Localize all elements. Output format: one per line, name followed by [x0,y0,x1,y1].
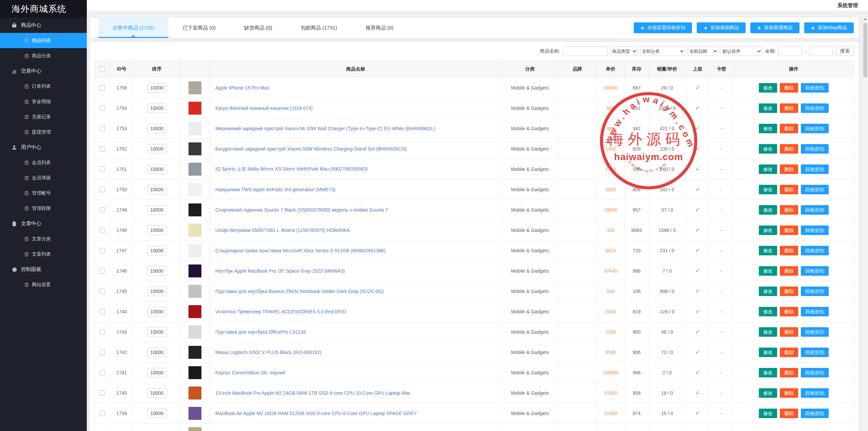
sort-input[interactable] [147,266,167,276]
delete-button[interactable]: 删除 [780,327,798,337]
recycle-discount-button[interactable]: 回收折扣 [801,409,829,418]
add-virtual-product-button[interactable]: +添加虚拟商品 [697,22,746,33]
sort-input[interactable] [147,307,167,316]
delete-button[interactable]: 删除 [780,164,798,174]
product-thumbnail[interactable] [188,305,202,318]
sidebar-section-product-center[interactable]: 商品中心 [0,18,87,33]
recycle-discount-button[interactable]: 回收折扣 [801,348,829,357]
category-select[interactable]: 全部分类 [640,46,685,56]
row-checkbox[interactable] [100,289,105,294]
row-checkbox[interactable] [100,105,105,111]
delete-button[interactable]: 删除 [780,409,798,418]
row-checkbox[interactable] [100,411,105,416]
sort-input[interactable] [147,83,167,93]
product-thumbnail[interactable] [188,122,202,135]
product-thumbnail[interactable] [188,244,202,257]
sidebar-item-member-level[interactable]: 会员等级 [0,170,87,185]
sidebar-section-article-center[interactable]: 文章中心 [0,216,87,231]
scrollbar-up-arrow-icon[interactable] [863,16,868,22]
product-thumbnail[interactable] [188,325,202,339]
edit-button[interactable]: 修改 [759,185,777,194]
sort-input[interactable] [147,185,167,194]
product-name-link[interactable]: Uniqlo Ветровка 558977081 L Жовта (11597… [215,228,350,233]
edit-button[interactable]: 修改 [759,409,777,418]
delete-button[interactable]: 删除 [780,226,798,235]
edit-button[interactable]: 修改 [759,348,777,357]
sidebar-item-order-list[interactable]: 订单列表 [0,79,87,94]
edit-button[interactable]: 修改 [759,226,777,235]
recycle-discount-button[interactable]: 回收折扣 [801,144,829,154]
edit-button[interactable]: 修改 [759,368,777,377]
row-checkbox[interactable] [100,85,105,91]
amount-max-input[interactable] [809,46,833,56]
product-name-link[interactable]: Victorinox Тревеллер TRAVEL ACCESSORIES … [215,309,346,314]
delete-button[interactable]: 删除 [780,83,798,93]
sort-input[interactable] [147,144,167,154]
delete-button[interactable]: 删除 [780,185,798,194]
product-thumbnail[interactable] [188,162,202,176]
row-checkbox[interactable] [100,146,105,152]
sort-input[interactable] [147,205,167,215]
product-thumbnail[interactable] [188,203,202,217]
product-name-input[interactable] [563,46,608,56]
sidebar-item-admin-permission[interactable]: 管理权限 [0,201,87,216]
product-name-link[interactable]: Спортивний годинник Suunto 7 Black (SS05… [215,207,388,213]
product-thumbnail[interactable] [188,386,202,400]
recycle-discount-button[interactable]: 回收折扣 [801,246,829,255]
product-type-select[interactable]: 商品类型 [610,46,637,56]
row-checkbox[interactable] [100,207,105,213]
recycle-discount-button[interactable]: 回收折扣 [801,83,829,93]
edit-button[interactable]: 修改 [759,246,777,255]
product-thumbnail[interactable] [188,101,202,115]
recycle-discount-button[interactable]: 回收折扣 [801,205,829,215]
sidebar-item-withdrawal-management[interactable]: 提现管理 [0,124,87,140]
tab-offshelf[interactable]: 已下架商品 (0) [169,18,230,38]
system-admin-menu[interactable]: 系统管理 [837,2,858,9]
row-checkbox[interactable] [100,166,105,172]
product-thumbnail[interactable] [188,427,202,431]
edit-button[interactable]: 修改 [759,103,777,113]
product-name-link[interactable]: Apple iPhone 15 Pro Max [215,85,269,91]
product-thumbnail[interactable] [188,285,202,298]
product-name-link[interactable]: Ноутбук Apple MacBook Pro 16" Space Gray… [215,268,345,274]
product-name-link[interactable]: Стаціонарна ігрова приставка Microsoft X… [215,248,386,253]
sidebar-item-fund-details[interactable]: 资金明细 [0,94,87,109]
tab-freeshipping[interactable]: 包邮商品 (1731) [287,18,352,38]
row-checkbox[interactable] [100,309,105,314]
recycle-discount-button[interactable]: 回收折扣 [801,266,829,276]
product-thumbnail[interactable] [188,223,202,237]
product-name-link[interactable]: Karya Женский кожаный кошелек (1119-074) [215,105,313,111]
sidebar-item-article-list[interactable]: 文章列表 [0,247,87,262]
row-checkbox[interactable] [100,390,105,396]
edit-button[interactable]: 修改 [759,388,777,398]
product-thumbnail[interactable] [188,264,202,278]
product-thumbnail[interactable] [188,81,202,95]
recycle-discount-button[interactable]: 回收折扣 [801,124,829,133]
product-name-link[interactable]: Бездротовий зарядний пристрій Xiaomi 50W… [215,146,407,152]
edit-button[interactable]: 修改 [759,164,777,174]
product-thumbnail[interactable] [188,183,202,196]
sidebar-item-admin-account[interactable]: 管理帐号 [0,185,87,201]
row-checkbox[interactable] [100,126,105,131]
delete-button[interactable]: 删除 [780,287,798,296]
tab-onsale[interactable]: 出售中商品 (1731) [98,18,169,38]
edit-button[interactable]: 修改 [759,124,777,133]
sort-input[interactable] [147,124,167,133]
edit-button[interactable]: 修改 [759,144,777,154]
product-name-link[interactable]: IQ Sports 上衣 Malia Wmns XS Storm Weth/Pa… [215,166,368,172]
recycle-discount-button[interactable]: 回收折扣 [801,226,829,235]
delete-button[interactable]: 删除 [780,103,798,113]
scrollbar-thumb[interactable] [863,23,867,77]
row-checkbox[interactable] [100,228,105,233]
product-name-link[interactable]: Підставка для ноутбука Baseus Zhichi Not… [215,289,384,294]
sort-input[interactable] [147,226,167,235]
recycle-discount-button[interactable]: 回收折扣 [801,388,829,398]
row-checkbox[interactable] [100,350,105,355]
sort-input[interactable] [147,388,167,398]
tab-outofstock[interactable]: 缺货商品 (0) [230,18,287,38]
product-thumbnail[interactable] [188,346,202,359]
row-checkbox[interactable] [100,370,105,375]
product-thumbnail[interactable] [188,366,202,379]
tab-recommended[interactable]: 推荐商品 (0) [351,18,408,38]
sort-input[interactable] [147,327,167,337]
